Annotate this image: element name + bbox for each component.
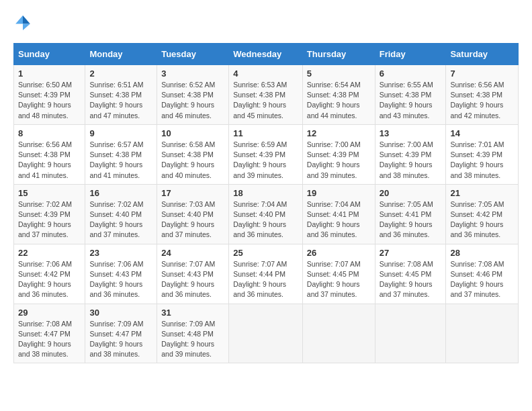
day-number: 21 — [450, 188, 514, 198]
day-info: Sunrise: 6:50 AM Sunset: 4:39 PM Dayligh… — [18, 80, 81, 121]
calendar-day-cell: 18 Sunrise: 7:04 AM Sunset: 4:40 PM Dayl… — [229, 184, 303, 244]
calendar-day-cell: 1 Sunrise: 6:50 AM Sunset: 4:39 PM Dayli… — [14, 65, 85, 125]
calendar-day-cell: 31 Sunrise: 7:09 AM Sunset: 4:48 PM Dayl… — [157, 304, 229, 363]
day-info: Sunrise: 7:08 AM Sunset: 4:47 PM Dayligh… — [18, 319, 81, 360]
calendar-day-cell: 21 Sunrise: 7:05 AM Sunset: 4:42 PM Dayl… — [446, 184, 519, 244]
calendar-day-cell: 15 Sunrise: 7:02 AM Sunset: 4:39 PM Dayl… — [14, 184, 85, 244]
day-info: Sunrise: 7:05 AM Sunset: 4:42 PM Dayligh… — [450, 199, 514, 240]
calendar-day-cell: 27 Sunrise: 7:08 AM Sunset: 4:45 PM Dayl… — [375, 244, 446, 304]
calendar-day-header: Thursday — [302, 44, 375, 65]
day-info: Sunrise: 7:07 AM Sunset: 4:44 PM Dayligh… — [233, 259, 298, 300]
day-number: 13 — [380, 128, 442, 138]
day-info: Sunrise: 7:09 AM Sunset: 4:48 PM Dayligh… — [161, 319, 224, 360]
calendar-day-cell: 29 Sunrise: 7:08 AM Sunset: 4:47 PM Dayl… — [14, 304, 85, 363]
calendar-day-cell: 17 Sunrise: 7:03 AM Sunset: 4:40 PM Dayl… — [157, 184, 229, 244]
day-info: Sunrise: 6:59 AM Sunset: 4:39 PM Dayligh… — [233, 140, 298, 181]
calendar-table: SundayMondayTuesdayWednesdayThursdayFrid… — [13, 43, 519, 363]
svg-marker-2 — [15, 15, 23, 24]
day-info: Sunrise: 6:56 AM Sunset: 4:38 PM Dayligh… — [450, 80, 514, 121]
calendar-day-cell: 24 Sunrise: 7:07 AM Sunset: 4:43 PM Dayl… — [157, 244, 229, 304]
day-number: 24 — [161, 248, 224, 258]
day-info: Sunrise: 7:04 AM Sunset: 4:40 PM Dayligh… — [233, 199, 298, 240]
day-number: 10 — [161, 128, 224, 138]
svg-marker-0 — [23, 15, 30, 24]
day-number: 3 — [161, 68, 224, 79]
calendar-week-row: 1 Sunrise: 6:50 AM Sunset: 4:39 PM Dayli… — [14, 65, 519, 125]
day-info: Sunrise: 7:09 AM Sunset: 4:47 PM Dayligh… — [89, 319, 152, 360]
calendar-day-cell: 4 Sunrise: 6:53 AM Sunset: 4:38 PM Dayli… — [229, 65, 303, 125]
day-number: 22 — [18, 248, 81, 258]
day-number: 2 — [89, 68, 152, 79]
calendar-header-row: SundayMondayTuesdayWednesdayThursdayFrid… — [14, 44, 519, 65]
calendar-day-cell: 9 Sunrise: 6:57 AM Sunset: 4:38 PM Dayli… — [85, 124, 157, 184]
calendar-day-cell: 6 Sunrise: 6:55 AM Sunset: 4:38 PM Dayli… — [375, 65, 446, 125]
calendar-week-row: 15 Sunrise: 7:02 AM Sunset: 4:39 PM Dayl… — [14, 184, 519, 244]
calendar-day-cell: 13 Sunrise: 7:00 AM Sunset: 4:39 PM Dayl… — [375, 124, 446, 184]
day-info: Sunrise: 7:06 AM Sunset: 4:43 PM Dayligh… — [89, 259, 152, 300]
day-info: Sunrise: 6:58 AM Sunset: 4:38 PM Dayligh… — [161, 140, 224, 181]
day-number: 28 — [450, 248, 514, 258]
calendar-day-cell: 10 Sunrise: 6:58 AM Sunset: 4:38 PM Dayl… — [157, 124, 229, 184]
day-info: Sunrise: 7:08 AM Sunset: 4:45 PM Dayligh… — [380, 259, 442, 300]
svg-marker-1 — [23, 24, 30, 30]
logo-icon — [13, 13, 32, 32]
day-info: Sunrise: 7:00 AM Sunset: 4:39 PM Dayligh… — [307, 140, 371, 181]
day-info: Sunrise: 7:04 AM Sunset: 4:41 PM Dayligh… — [307, 199, 371, 240]
day-number: 12 — [307, 128, 371, 138]
calendar-day-header: Tuesday — [157, 44, 229, 65]
day-number: 1 — [18, 68, 81, 79]
day-info: Sunrise: 6:55 AM Sunset: 4:38 PM Dayligh… — [380, 80, 442, 121]
logo — [13, 13, 35, 32]
calendar-day-header: Saturday — [446, 44, 519, 65]
day-info: Sunrise: 6:53 AM Sunset: 4:38 PM Dayligh… — [233, 80, 298, 121]
day-number: 20 — [380, 188, 442, 198]
day-info: Sunrise: 6:54 AM Sunset: 4:38 PM Dayligh… — [307, 80, 371, 121]
day-info: Sunrise: 7:01 AM Sunset: 4:39 PM Dayligh… — [450, 140, 514, 181]
calendar-day-cell: 28 Sunrise: 7:08 AM Sunset: 4:46 PM Dayl… — [446, 244, 519, 304]
calendar-day-header: Monday — [85, 44, 157, 65]
day-number: 6 — [380, 68, 442, 79]
calendar-day-cell: 25 Sunrise: 7:07 AM Sunset: 4:44 PM Dayl… — [229, 244, 303, 304]
calendar-day-cell — [229, 304, 303, 363]
calendar-day-cell: 22 Sunrise: 7:06 AM Sunset: 4:42 PM Dayl… — [14, 244, 85, 304]
day-info: Sunrise: 6:56 AM Sunset: 4:38 PM Dayligh… — [18, 140, 81, 181]
day-number: 15 — [18, 188, 81, 198]
calendar-day-cell: 20 Sunrise: 7:05 AM Sunset: 4:41 PM Dayl… — [375, 184, 446, 244]
calendar-day-cell: 14 Sunrise: 7:01 AM Sunset: 4:39 PM Dayl… — [446, 124, 519, 184]
calendar-day-cell: 16 Sunrise: 7:02 AM Sunset: 4:40 PM Dayl… — [85, 184, 157, 244]
day-info: Sunrise: 7:05 AM Sunset: 4:41 PM Dayligh… — [380, 199, 442, 240]
day-info: Sunrise: 6:51 AM Sunset: 4:38 PM Dayligh… — [89, 80, 152, 121]
day-number: 8 — [18, 128, 81, 138]
day-info: Sunrise: 7:02 AM Sunset: 4:40 PM Dayligh… — [89, 199, 152, 240]
calendar-week-row: 8 Sunrise: 6:56 AM Sunset: 4:38 PM Dayli… — [14, 124, 519, 184]
calendar-day-cell: 12 Sunrise: 7:00 AM Sunset: 4:39 PM Dayl… — [302, 124, 375, 184]
day-number: 17 — [161, 188, 224, 198]
day-number: 4 — [233, 68, 298, 79]
calendar-day-cell: 23 Sunrise: 7:06 AM Sunset: 4:43 PM Dayl… — [85, 244, 157, 304]
day-number: 9 — [89, 128, 152, 138]
page-header — [13, 13, 519, 32]
calendar-day-cell: 19 Sunrise: 7:04 AM Sunset: 4:41 PM Dayl… — [302, 184, 375, 244]
day-number: 14 — [450, 128, 514, 138]
calendar-day-cell: 8 Sunrise: 6:56 AM Sunset: 4:38 PM Dayli… — [14, 124, 85, 184]
day-number: 27 — [380, 248, 442, 258]
calendar-day-cell — [302, 304, 375, 363]
day-info: Sunrise: 7:08 AM Sunset: 4:46 PM Dayligh… — [450, 259, 514, 300]
calendar-day-cell: 3 Sunrise: 6:52 AM Sunset: 4:38 PM Dayli… — [157, 65, 229, 125]
day-number: 29 — [18, 308, 81, 318]
day-info: Sunrise: 7:06 AM Sunset: 4:42 PM Dayligh… — [18, 259, 81, 300]
calendar-day-cell: 11 Sunrise: 6:59 AM Sunset: 4:39 PM Dayl… — [229, 124, 303, 184]
calendar-day-header: Sunday — [14, 44, 85, 65]
day-number: 7 — [450, 68, 514, 79]
day-number: 11 — [233, 128, 298, 138]
day-info: Sunrise: 7:02 AM Sunset: 4:39 PM Dayligh… — [18, 199, 81, 240]
day-number: 16 — [89, 188, 152, 198]
calendar-week-row: 22 Sunrise: 7:06 AM Sunset: 4:42 PM Dayl… — [14, 244, 519, 304]
day-info: Sunrise: 7:03 AM Sunset: 4:40 PM Dayligh… — [161, 199, 224, 240]
calendar-week-row: 29 Sunrise: 7:08 AM Sunset: 4:47 PM Dayl… — [14, 304, 519, 363]
day-number: 25 — [233, 248, 298, 258]
calendar-day-cell: 30 Sunrise: 7:09 AM Sunset: 4:47 PM Dayl… — [85, 304, 157, 363]
day-number: 23 — [89, 248, 152, 258]
calendar-day-cell — [446, 304, 519, 363]
day-info: Sunrise: 7:07 AM Sunset: 4:45 PM Dayligh… — [307, 259, 371, 300]
